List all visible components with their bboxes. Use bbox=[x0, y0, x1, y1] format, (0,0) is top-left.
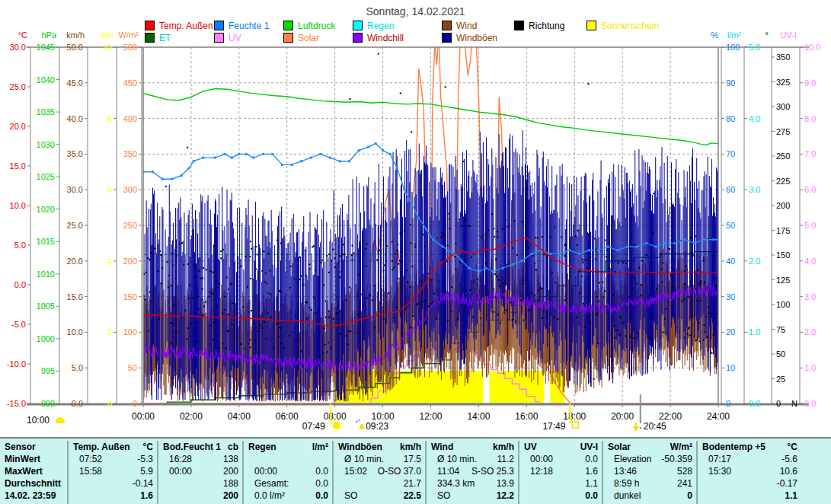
series-richtung-dot bbox=[278, 336, 280, 337]
table-cell-row: dunkel0 bbox=[608, 490, 692, 502]
legend-item-temp-au-en: Temp. Außen bbox=[145, 21, 213, 30]
legend-label: Solar bbox=[298, 33, 319, 43]
axis-tick-label: 1030 bbox=[37, 140, 55, 149]
series-richtung-dot bbox=[633, 337, 634, 339]
series-richtung-dot bbox=[212, 339, 213, 340]
cell-time-or-label bbox=[73, 490, 79, 502]
series-richtung-dot bbox=[322, 352, 324, 354]
axis-tick-label: 50 bbox=[128, 363, 137, 372]
series-richtung-dot bbox=[384, 264, 385, 266]
series-richtung-dot bbox=[688, 328, 689, 330]
series-richtung-dot bbox=[228, 314, 229, 315]
series-richtung-dot bbox=[629, 337, 631, 338]
series-richtung-dot bbox=[684, 283, 686, 285]
series-richtung-dot bbox=[369, 295, 371, 296]
axis-tick-label: 990 bbox=[41, 399, 55, 408]
series-richtung-dot bbox=[398, 263, 399, 265]
series-richtung-dot bbox=[494, 236, 495, 238]
series-richtung-dot bbox=[544, 254, 545, 255]
series-richtung-dot bbox=[289, 287, 291, 289]
series-richtung-dot bbox=[704, 281, 705, 282]
series-richtung-dot bbox=[382, 270, 384, 271]
series-richtung-dot bbox=[313, 298, 315, 299]
series-richtung-dot bbox=[213, 245, 215, 247]
axis-tick-label: 1015 bbox=[37, 237, 55, 246]
column-name: Temp. Außen bbox=[73, 441, 130, 453]
legend-item-sonnenschein: Sonnenschein bbox=[586, 21, 659, 30]
series-richtung-dot bbox=[507, 226, 509, 228]
table-cell-row: 12:181.6 bbox=[524, 465, 598, 477]
series-richtung-dot bbox=[392, 269, 393, 270]
axis-tick-label: 150 bbox=[123, 292, 137, 301]
series-richtung-dot bbox=[662, 263, 663, 264]
series-richtung-dot bbox=[522, 283, 523, 285]
series-richtung-dot bbox=[713, 255, 714, 257]
series-richtung-dot bbox=[225, 347, 227, 349]
series-richtung-dot bbox=[523, 279, 524, 281]
legend-color-swatch bbox=[283, 21, 293, 30]
series-richtung-dot bbox=[410, 242, 411, 244]
moonrise-icon bbox=[633, 423, 639, 432]
series-richtung-dot bbox=[332, 249, 334, 250]
series-richtung-dot bbox=[251, 248, 252, 250]
cell-value: 0.0 bbox=[585, 453, 598, 465]
series-richtung-dot bbox=[485, 234, 487, 235]
cell-value: 1.6 bbox=[140, 490, 153, 502]
series-richtung-dot bbox=[514, 220, 516, 222]
cell-time-or-label: 334.3 km bbox=[431, 477, 475, 490]
series-richtung-dot bbox=[192, 297, 193, 298]
series-richtung-dot bbox=[577, 230, 579, 231]
series-richtung-dot bbox=[172, 264, 174, 266]
axis-tick-label: 100 bbox=[726, 43, 740, 52]
series-richtung-dot bbox=[637, 333, 638, 334]
series-richtung-dot bbox=[532, 255, 534, 257]
axis-tick-label: 5.0 bbox=[72, 363, 83, 372]
moon-sparkle bbox=[358, 419, 360, 421]
series-richtung-dot bbox=[437, 281, 439, 282]
series-richtung-dot bbox=[348, 330, 350, 332]
series-richtung-dot bbox=[325, 317, 327, 318]
legend-label: Sonnenschein bbox=[601, 21, 659, 31]
series-richtung-dot bbox=[349, 287, 350, 289]
series-richtung-dot bbox=[564, 255, 566, 257]
series-richtung-dot bbox=[257, 294, 259, 295]
series-richtung-dot bbox=[224, 296, 225, 298]
series-richtung-dot bbox=[525, 244, 526, 246]
series-richtung-dot bbox=[150, 252, 152, 254]
series-feuchte-1-marker bbox=[442, 246, 444, 248]
series-richtung-dot bbox=[266, 338, 267, 340]
series-richtung-dot bbox=[397, 278, 398, 279]
cell-time-or-label bbox=[702, 490, 708, 502]
table-cell-row: SO12.2 bbox=[431, 490, 514, 502]
table-cell-row: 334.3 km13.9 bbox=[431, 477, 514, 490]
series-richtung-dot bbox=[604, 290, 606, 292]
series-richtung-dot bbox=[187, 327, 189, 329]
series-richtung-dot bbox=[714, 317, 715, 318]
series-richtung-dot bbox=[261, 270, 263, 272]
series-richtung-dot bbox=[340, 271, 342, 273]
stats-table: SensorMinWertMaxWertDurchschnitt14.02. 2… bbox=[0, 437, 831, 504]
axis-tick-label: 1045 bbox=[37, 43, 55, 52]
series-feuchte-1-marker bbox=[626, 246, 628, 248]
series-richtung-dot bbox=[469, 225, 471, 227]
series-richtung-dot bbox=[526, 187, 528, 189]
series-richtung-dot bbox=[202, 277, 203, 279]
axis-tick-label: 10 bbox=[726, 363, 735, 372]
series-richtung-dot bbox=[366, 297, 367, 298]
series-richtung-dot bbox=[318, 276, 320, 278]
series-richtung-dot bbox=[687, 333, 689, 335]
series-feuchte-1-marker bbox=[636, 246, 638, 248]
column-unit: UV-I bbox=[580, 441, 598, 453]
series-richtung-dot bbox=[595, 258, 596, 260]
series-richtung-dot bbox=[173, 305, 174, 306]
series-richtung-dot bbox=[248, 311, 250, 313]
column-unit: km/h bbox=[493, 441, 514, 453]
series-feuchte-1-marker bbox=[152, 171, 154, 173]
series-richtung-dot bbox=[392, 260, 393, 262]
series-richtung-dot bbox=[257, 254, 258, 255]
series-richtung-dot bbox=[554, 317, 555, 318]
legend-item-regen: Regen bbox=[353, 21, 394, 30]
table-column-header: Temp. Außen°C bbox=[73, 441, 153, 453]
axis-tick-label: 4.0 bbox=[804, 257, 816, 266]
legend-label: Luftdruck bbox=[298, 21, 335, 31]
